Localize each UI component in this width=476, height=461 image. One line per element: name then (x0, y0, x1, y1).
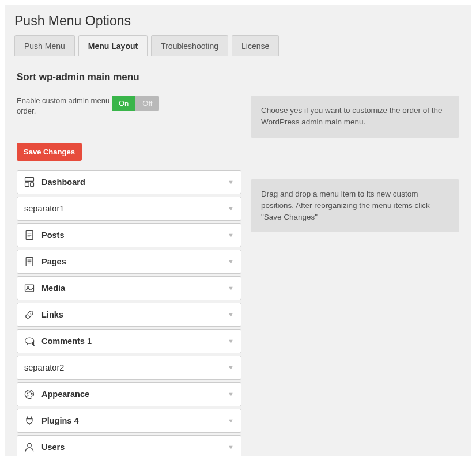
menu-item-label: Users (37, 443, 226, 452)
chevron-down-icon[interactable]: ▼ (226, 256, 235, 267)
toggle-on[interactable]: On (112, 96, 135, 111)
chevron-down-icon[interactable]: ▼ (226, 388, 235, 400)
menu-item[interactable]: Pages▼ (17, 250, 241, 274)
svg-point-15 (29, 391, 31, 392)
menu-item-label: Dashboard (37, 177, 226, 187)
tab-license[interactable]: License (232, 35, 279, 56)
comments-icon (22, 335, 37, 347)
tab-content: Sort wp-admin main menu Enable custom ad… (5, 56, 471, 456)
chevron-down-icon[interactable]: ▼ (226, 335, 235, 347)
chevron-down-icon[interactable]: ▼ (226, 176, 235, 188)
chevron-down-icon[interactable]: ▼ (226, 362, 235, 373)
menu-item[interactable]: Media▼ (17, 276, 241, 300)
enable-toggle[interactable]: On Off (112, 96, 159, 111)
svg-rect-1 (25, 183, 29, 187)
svg-point-17 (27, 395, 28, 396)
toggle-off[interactable]: Off (135, 96, 159, 111)
menu-item-label: Links (37, 310, 226, 319)
menu-item[interactable]: separator1▼ (17, 197, 241, 221)
section-title: Sort wp-admin main menu (17, 71, 459, 83)
settings-right: Choose yes if you want to customize the … (251, 96, 459, 232)
menu-item[interactable]: Appearance▼ (17, 382, 241, 406)
menu-item-label: Comments 1 (37, 337, 226, 346)
menu-item-label: Posts (37, 231, 226, 240)
links-icon (22, 309, 37, 320)
users-icon (22, 441, 37, 453)
tab-bar: Push Menu Menu Layout Troubleshooting Li… (5, 35, 471, 56)
tab-menu-layout[interactable]: Menu Layout (78, 35, 148, 56)
help-drag: Drag and drop a menu item to its new cus… (251, 179, 459, 233)
svg-point-18 (28, 444, 32, 448)
menu-item-label: separator2 (22, 363, 226, 372)
svg-rect-0 (25, 178, 34, 182)
help-enable: Choose yes if you want to customize the … (251, 96, 459, 138)
svg-rect-2 (31, 183, 34, 187)
page-title: Push Menu Options (5, 5, 471, 35)
save-button[interactable]: Save Changes (17, 143, 82, 161)
menu-item-label: Pages (37, 257, 226, 266)
settings-row: Enable custom admin menu order. On Off S… (17, 96, 459, 456)
svg-point-16 (31, 393, 32, 394)
options-panel: Push Menu Options Push Menu Menu Layout … (5, 5, 471, 456)
appearance-icon (22, 388, 37, 400)
dashboard-icon (22, 176, 37, 188)
menu-item[interactable]: Users▼ (17, 435, 241, 456)
menu-item[interactable]: Dashboard▼ (17, 170, 241, 194)
menu-item[interactable]: Posts▼ (17, 223, 241, 247)
menu-list: Dashboard▼separator1▼Posts▼Pages▼Media▼L… (17, 170, 241, 456)
svg-rect-7 (26, 258, 33, 266)
enable-row: Enable custom admin menu order. On Off (17, 96, 241, 116)
svg-point-14 (27, 392, 28, 394)
menu-item-label: Media (37, 284, 226, 293)
tab-push-menu[interactable]: Push Menu (14, 35, 75, 56)
chevron-down-icon[interactable]: ▼ (226, 282, 235, 294)
settings-left: Enable custom admin menu order. On Off S… (17, 96, 241, 456)
chevron-down-icon[interactable]: ▼ (226, 229, 235, 241)
pages-icon (22, 256, 37, 267)
menu-item[interactable]: Links▼ (17, 303, 241, 327)
svg-rect-11 (25, 285, 34, 292)
chevron-down-icon[interactable]: ▼ (226, 309, 235, 320)
menu-item[interactable]: Comments 1▼ (17, 329, 241, 353)
svg-point-13 (25, 338, 34, 344)
chevron-down-icon[interactable]: ▼ (226, 415, 235, 426)
menu-item-label: Plugins 4 (37, 416, 226, 425)
posts-icon (22, 229, 37, 241)
menu-item[interactable]: Plugins 4▼ (17, 409, 241, 433)
chevron-down-icon[interactable]: ▼ (226, 441, 235, 453)
menu-item-label: separator1 (22, 204, 226, 213)
menu-item-label: Appearance (37, 390, 226, 399)
menu-item[interactable]: separator2▼ (17, 356, 241, 380)
enable-label: Enable custom admin menu order. (17, 96, 112, 116)
media-icon (22, 282, 37, 294)
chevron-down-icon[interactable]: ▼ (226, 203, 235, 214)
tab-troubleshooting[interactable]: Troubleshooting (151, 35, 228, 56)
plugins-icon (22, 415, 37, 426)
